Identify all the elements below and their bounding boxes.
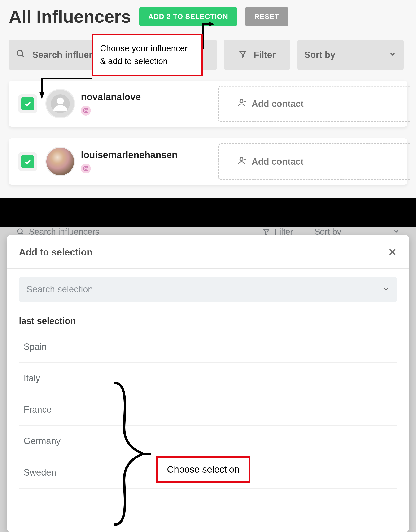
- instagram-icon: [81, 163, 91, 173]
- svg-point-0: [17, 50, 22, 56]
- add-contact-icon: [238, 98, 247, 109]
- page-title: All Influencers: [9, 6, 131, 27]
- svg-line-1: [22, 55, 24, 57]
- filter-button[interactable]: Filter: [224, 40, 290, 70]
- svg-point-11: [85, 168, 87, 170]
- separator-bar: [0, 198, 416, 227]
- svg-marker-16: [209, 22, 214, 26]
- influencer-card: louisemarlenehansen Add contact: [9, 139, 407, 185]
- add-contact-button[interactable]: Add contact: [218, 85, 410, 122]
- annotation-arrow-icon: [35, 76, 96, 104]
- close-button[interactable]: [388, 247, 397, 258]
- instagram-icon: [81, 106, 91, 115]
- filter-label: Filter: [254, 50, 276, 60]
- svg-marker-2: [240, 51, 246, 57]
- reset-button[interactable]: RESET: [245, 7, 288, 26]
- select-checkbox[interactable]: [21, 97, 34, 110]
- chevron-down-icon: [382, 285, 389, 294]
- influencer-username: louisemarlenehansen: [81, 150, 178, 160]
- add-contact-icon: [238, 156, 247, 167]
- svg-point-13: [240, 157, 243, 161]
- chevron-down-icon: [388, 50, 397, 60]
- avatar: [45, 147, 75, 176]
- annotation-arrow-icon: [200, 20, 219, 51]
- add-contact-label: Add contact: [252, 99, 304, 109]
- sort-label: Sort by: [304, 50, 335, 60]
- add-to-selection-modal: Add to selection Search selection last s…: [7, 235, 409, 532]
- selection-item-france[interactable]: France: [19, 394, 397, 426]
- search-selection-dropdown[interactable]: Search selection: [19, 277, 397, 302]
- selection-item-italy[interactable]: Italy: [19, 363, 397, 394]
- svg-point-7: [240, 99, 243, 103]
- annotation-callout: Choose selection: [156, 456, 251, 483]
- svg-marker-17: [39, 92, 44, 99]
- add-to-selection-button[interactable]: ADD 2 TO SELECTION: [139, 7, 237, 26]
- selection-item-germany[interactable]: Germany: [19, 426, 397, 457]
- svg-point-12: [87, 167, 87, 168]
- modal-title: Add to selection: [19, 247, 92, 258]
- annotation-brace-icon: [110, 380, 153, 527]
- filter-icon: [239, 50, 247, 60]
- selection-item-spain[interactable]: Spain: [19, 331, 397, 363]
- search-icon: [16, 49, 25, 61]
- annotation-callout: Choose your influencer & add to selectio…: [92, 34, 203, 76]
- search-selection-placeholder: Search selection: [27, 284, 93, 294]
- select-checkbox[interactable]: [21, 155, 34, 168]
- last-selection-heading: last selection: [19, 316, 397, 326]
- add-contact-label: Add contact: [252, 156, 304, 167]
- svg-point-5: [85, 110, 87, 112]
- svg-point-6: [87, 109, 87, 110]
- add-contact-button[interactable]: Add contact: [218, 143, 410, 180]
- sort-by-dropdown[interactable]: Sort by: [297, 40, 404, 70]
